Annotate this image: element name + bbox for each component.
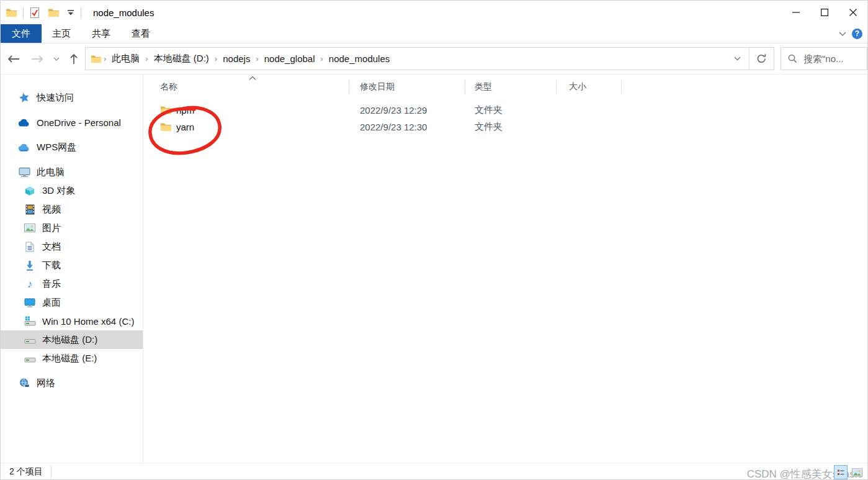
wps-cloud-icon <box>18 143 30 152</box>
breadcrumb-drive-d[interactable]: 本地磁盘 (D:) <box>149 48 214 70</box>
help-button[interactable]: ? <box>852 29 862 39</box>
column-header-date-modified[interactable]: 修改日期 <box>349 80 465 94</box>
minimize-button[interactable] <box>782 1 810 24</box>
sidebar-item-label: 音乐 <box>42 278 61 290</box>
tab-share[interactable]: 共享 <box>81 24 121 43</box>
titlebar-separator <box>81 7 81 18</box>
quick-access-toolbar-dropdown-icon[interactable] <box>66 9 75 17</box>
tab-home[interactable]: 主页 <box>42 24 81 43</box>
breadcrumb-node-modules[interactable]: node_modules <box>324 48 395 70</box>
sidebar-item-documents[interactable]: 文档 <box>1 237 143 256</box>
recent-locations-chevron-icon[interactable] <box>49 48 64 70</box>
item-count: 2 个项目 <box>9 466 43 478</box>
drive-icon <box>24 354 36 363</box>
folder-icon <box>160 106 172 115</box>
sidebar-item-music[interactable]: ♪ 音乐 <box>1 274 143 293</box>
windows-drive-icon <box>24 316 36 326</box>
location-folder-icon <box>91 55 102 63</box>
back-button[interactable] <box>2 48 25 70</box>
picture-icon <box>24 224 36 232</box>
3d-cube-icon <box>24 186 36 196</box>
drive-icon <box>24 335 36 345</box>
sidebar-item-label: 本地磁盘 (E:) <box>42 353 97 365</box>
sidebar-item-pictures[interactable]: 图片 <box>1 219 143 237</box>
tab-view[interactable]: 查看 <box>121 24 161 43</box>
expand-ribbon-chevron-icon[interactable] <box>833 24 852 43</box>
breadcrumb-node-global[interactable]: node_global <box>259 48 320 70</box>
sidebar-item-label: 快速访问 <box>37 92 74 104</box>
column-header-size[interactable]: 大小 <box>557 80 622 94</box>
file-date: 2022/9/23 12:29 <box>349 105 465 115</box>
network-globe-icon <box>18 378 30 388</box>
breadcrumb-nodejs[interactable]: nodejs <box>218 48 255 70</box>
sidebar-item-desktop[interactable]: 桌面 <box>1 293 143 312</box>
file-row-yarn[interactable]: yarn 2022/9/23 12:30 文件夹 <box>143 119 867 135</box>
sidebar-item-this-pc[interactable]: 此电脑 <box>1 163 143 181</box>
sidebar-item-label: 桌面 <box>42 297 61 309</box>
sidebar-item-label: WPS网盘 <box>37 142 76 153</box>
sidebar-item-label: 下载 <box>42 260 61 271</box>
sidebar-item-onedrive[interactable]: OneDrive - Personal <box>1 113 143 132</box>
forward-button[interactable] <box>25 48 49 70</box>
navigation-pane: 快速访问 OneDrive - Personal WPS网盘 此电脑 3D 对象 <box>1 75 143 463</box>
sidebar-item-3d-objects[interactable]: 3D 对象 <box>1 181 143 200</box>
sidebar-item-network[interactable]: 网络 <box>1 374 143 392</box>
tab-file[interactable]: 文件 <box>1 24 42 43</box>
sort-ascending-caret-icon <box>248 76 257 81</box>
search-box[interactable] <box>781 47 867 70</box>
folder-icon <box>160 122 172 132</box>
desktop-icon <box>24 298 36 307</box>
file-type: 文件夹 <box>465 104 557 116</box>
sidebar-item-drive-c[interactable]: Win 10 Home x64 (C:) <box>1 312 143 330</box>
window-title: node_modules <box>93 7 154 18</box>
sidebar-item-label: 本地磁盘 (D:) <box>42 334 97 346</box>
sidebar-item-wps-cloud[interactable]: WPS网盘 <box>1 138 143 156</box>
sidebar-item-label: 3D 对象 <box>42 185 75 197</box>
details-view-button[interactable] <box>834 465 848 479</box>
file-name: yarn <box>176 122 194 132</box>
search-input[interactable] <box>803 53 862 64</box>
film-icon <box>24 204 36 215</box>
file-row-npm[interactable]: npm 2022/9/23 12:29 文件夹 <box>143 102 867 119</box>
address-dropdown-chevron-icon[interactable] <box>725 48 749 70</box>
search-icon <box>788 54 797 63</box>
navigation-toolbar: › 此电脑 › 本地磁盘 (D:) › nodejs › node_global… <box>1 43 867 75</box>
app-folder-icon <box>6 8 17 17</box>
thumbnail-view-button[interactable] <box>850 465 864 479</box>
file-name: npm <box>176 105 194 115</box>
sidebar-item-drive-d[interactable]: 本地磁盘 (D:) <box>1 330 143 349</box>
sidebar-item-quick-access[interactable]: 快速访问 <box>1 88 143 107</box>
column-header-type[interactable]: 类型 <box>465 80 557 94</box>
breadcrumb-this-pc[interactable]: 此电脑 <box>107 48 145 70</box>
quick-access-star-icon <box>18 92 30 103</box>
music-note-icon: ♪ <box>24 279 36 289</box>
sidebar-item-label: Win 10 Home x64 (C:) <box>42 316 134 327</box>
computer-icon <box>18 167 30 178</box>
refresh-button[interactable] <box>749 48 774 70</box>
up-button[interactable] <box>64 48 84 70</box>
document-icon <box>24 242 36 252</box>
onedrive-cloud-icon <box>18 119 30 127</box>
sidebar-item-label: 网络 <box>37 378 55 389</box>
status-separator <box>51 466 51 478</box>
sidebar-item-label: 图片 <box>42 222 61 234</box>
maximize-button[interactable] <box>810 1 839 24</box>
sidebar-item-label: 文档 <box>42 241 61 253</box>
sidebar-item-downloads[interactable]: 下载 <box>1 256 143 274</box>
sidebar-item-videos[interactable]: 视频 <box>1 200 143 219</box>
titlebar-separator <box>23 7 24 18</box>
ribbon-tab-row: 文件 主页 共享 查看 ? <box>1 24 867 43</box>
sidebar-item-label: 此电脑 <box>37 166 65 178</box>
column-header-name[interactable]: 名称 <box>143 80 349 94</box>
sidebar-item-drive-e[interactable]: 本地磁盘 (E:) <box>1 349 143 368</box>
properties-check-icon[interactable] <box>29 6 40 19</box>
title-bar: node_modules <box>1 1 867 24</box>
file-list-pane: 名称 修改日期 类型 大小 npm 2022/9/23 12:29 文件夹 <box>143 75 867 463</box>
close-button[interactable] <box>839 1 867 24</box>
sidebar-item-label: OneDrive - Personal <box>37 117 121 128</box>
file-type: 文件夹 <box>465 121 557 133</box>
status-bar: 2 个项目 CSDN @性感美女seasie <box>1 463 867 480</box>
new-folder-icon[interactable] <box>47 7 61 19</box>
sidebar-item-label: 视频 <box>42 204 61 215</box>
address-bar[interactable]: › 此电脑 › 本地磁盘 (D:) › nodejs › node_global… <box>85 47 774 70</box>
